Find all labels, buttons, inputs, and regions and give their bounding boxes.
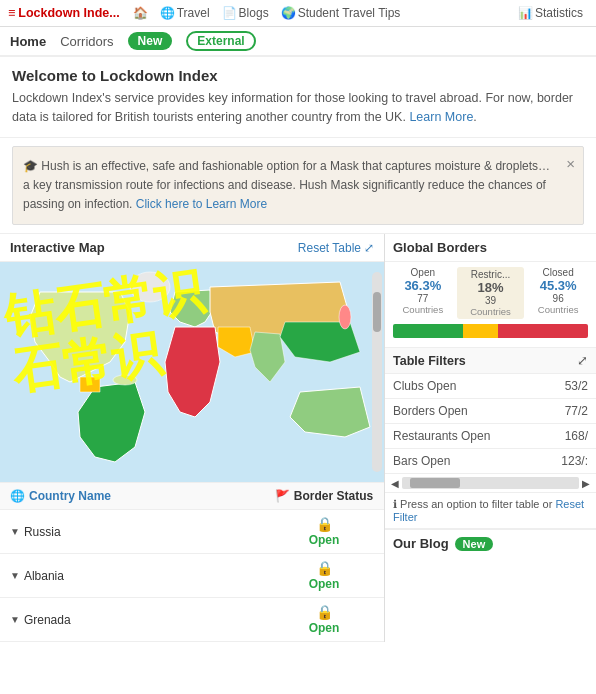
stat-restrict-label: Restric... [459,269,523,280]
stat-closed: Closed 45.3% 96 Countries [526,267,590,319]
border-status-cell: 🔒 Open [274,560,374,591]
stat-open-value: 36.3% [391,278,455,293]
scroll-left-arrow[interactable]: ◀ [391,478,399,489]
learn-more-link[interactable]: Learn More [409,110,473,124]
main-content: Interactive Map Reset Table ⤢ [0,233,596,642]
table-row[interactable]: ▼ Albania 🔒 Open [0,554,384,598]
status-bar-open [393,324,463,338]
country-cell: ▼ Russia [10,525,274,539]
flag-icon: ≡ [8,6,15,20]
alert-box: × 🎓 Hush is an effective, safe and fashi… [12,146,584,226]
border-lock-icon: 🔒 [274,604,374,620]
filter-borders-open[interactable]: Borders Open 77/2 [385,399,596,424]
table-row[interactable]: ▼ Russia 🔒 Open [0,510,384,554]
map-scrollbar[interactable] [372,272,382,472]
filter-restaurants-count: 168/ [565,429,588,443]
new-badge[interactable]: New [128,32,173,50]
statistics-icon: 📊 [518,6,533,20]
filter-clubs-open[interactable]: Clubs Open 53/2 [385,374,596,399]
filter-borders-label: Borders Open [393,404,468,418]
table-row[interactable]: ▼ Grenada 🔒 Open [0,598,384,642]
right-panel: Global Borders Open 36.3% 77 Countries R… [385,234,596,642]
status-bar-closed [498,324,588,338]
map-title: Interactive Map [10,240,105,255]
alert-text: Hush is an effective, safe and fashionab… [23,159,550,211]
our-blog-section: Our Blog New [385,529,596,557]
scrollbar-thumb [410,478,460,488]
border-status-open: Open [309,621,340,635]
svg-point-1 [130,272,170,302]
globe-icon: 🌐 [10,489,25,503]
chevron-down-icon: ▼ [10,614,20,625]
border-lock-icon: 🔒 [274,516,374,532]
border-status-open: Open [309,577,340,591]
svg-point-2 [113,375,137,385]
nav-blogs-link[interactable]: 📄 Blogs [217,4,274,22]
stat-restrict-count: 39 [459,295,523,306]
reset-filter-hint: ℹ Press an option to filter table or Res… [385,493,596,529]
filter-restaurants-open[interactable]: Restaurants Open 168/ [385,424,596,449]
blogs-icon: 📄 [222,6,237,20]
filter-bars-open[interactable]: Bars Open 123/: [385,449,596,474]
info-icon: ℹ [393,498,397,510]
alert-icon: 🎓 [23,159,38,173]
nav-logo[interactable]: ≡ Lockdown Inde... [8,6,120,20]
status-bar [393,324,588,338]
top-nav: ≡ Lockdown Inde... 🏠 🌐 Travel 📄 Blogs 🌍 … [0,0,596,27]
welcome-body: Lockdown Index's service provides key in… [12,89,584,127]
filter-borders-count: 77/2 [565,404,588,418]
second-nav-corridors[interactable]: Corridors [60,34,113,49]
nav-statistics-link[interactable]: 📊 Statistics [513,4,588,22]
close-button[interactable]: × [566,152,575,176]
alert-learn-more-link[interactable]: Click here to Learn More [136,197,267,211]
stat-open-count: 77 [391,293,455,304]
left-panel: Interactive Map Reset Table ⤢ [0,234,385,642]
col-border-header: 🚩 Border Status [274,489,374,503]
filter-bars-count: 123/: [561,454,588,468]
nav-travel-link[interactable]: 🌐 Travel [155,4,215,22]
table-header: 🌐 Country Name 🚩 Border Status [0,482,384,510]
expand-icon: ⤢ [364,241,374,255]
stat-restrict-sub: Countries [459,306,523,317]
border-status-cell: 🔒 Open [274,516,374,547]
stat-closed-value: 45.3% [526,278,590,293]
filter-restaurants-label: Restaurants Open [393,429,490,443]
scroll-right-arrow[interactable]: ▶ [582,478,590,489]
stat-closed-count: 96 [526,293,590,304]
welcome-section: Welcome to Lockdown Index Lockdown Index… [0,57,596,138]
chevron-down-icon: ▼ [10,526,20,537]
scrollbar-track[interactable] [402,477,579,489]
filter-clubs-label: Clubs Open [393,379,456,393]
table-filters-title: Table Filters [393,354,466,368]
border-status-open: Open [309,533,340,547]
world-map-svg [0,262,384,482]
welcome-title: Welcome to Lockdown Index [12,67,584,84]
country-cell: ▼ Grenada [10,613,274,627]
global-stats: Open 36.3% 77 Countries Restric... 18% 3… [385,262,596,347]
stat-restrict: Restric... 18% 39 Countries [457,267,525,319]
country-cell: ▼ Albania [10,569,274,583]
map-area[interactable]: 钻石常识 石常识 [0,262,384,482]
stat-open-label: Open [391,267,455,278]
home-icon: 🏠 [133,6,148,20]
nav-home-link[interactable]: 🏠 [128,4,153,22]
stat-closed-label: Closed [526,267,590,278]
student-icon: 🌍 [281,6,296,20]
table-filters-header: Table Filters ⤢ [385,347,596,374]
status-bar-restrict [463,324,498,338]
external-badge[interactable]: External [186,31,255,51]
stat-open: Open 36.3% 77 Countries [391,267,455,319]
border-icon: 🚩 [275,489,290,503]
expand-filters-icon[interactable]: ⤢ [577,353,588,368]
reset-table-button[interactable]: Reset Table ⤢ [298,241,374,255]
global-borders-title: Global Borders [385,234,596,262]
map-header: Interactive Map Reset Table ⤢ [0,234,384,262]
stat-restrict-value: 18% [459,280,523,295]
stat-closed-sub: Countries [526,304,590,315]
horizontal-scroll-area: ◀ ▶ [385,474,596,493]
travel-icon: 🌐 [160,6,175,20]
col-country-header[interactable]: 🌐 Country Name [10,489,274,503]
our-blog-badge: New [455,537,494,551]
second-nav-home[interactable]: Home [10,34,46,49]
nav-student-link[interactable]: 🌍 Student Travel Tips [276,4,406,22]
